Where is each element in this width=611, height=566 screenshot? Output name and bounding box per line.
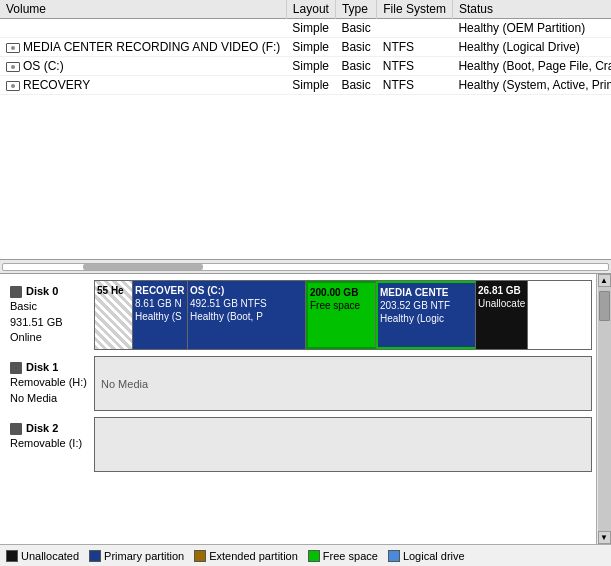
partition-0-2[interactable]: OS (C:)492.51 GB NTFSHealthy (Boot, P (188, 281, 306, 349)
no-media-label: No Media (95, 357, 591, 410)
legend-color-box (194, 550, 206, 562)
partition-size: 203.52 GB NTF (380, 299, 473, 312)
volume-type-cell: Basic (335, 19, 376, 38)
vscroll-down-button[interactable]: ▼ (598, 531, 611, 544)
hscroll-track[interactable] (2, 263, 609, 271)
volume-type-cell: Basic (335, 57, 376, 76)
volume-status-cell: Healthy (Logical Drive) (452, 38, 611, 57)
disk-size-label: 931.51 GB (10, 316, 63, 328)
disk-label-0: Disk 0Basic931.51 GBOnline (4, 280, 94, 350)
disk-id-label: Disk 1 (26, 361, 58, 373)
partition-size: 492.51 GB NTFS (190, 297, 303, 310)
partition-size: Unallocated (478, 297, 525, 310)
disk-type-label: Basic (10, 300, 37, 312)
volume-layout-cell: Simple (286, 38, 335, 57)
vscroll-thumb[interactable] (599, 291, 610, 321)
volume-name-cell: RECOVERY (0, 76, 286, 95)
table-row[interactable]: RECOVERYSimpleBasicNTFSHealthy (System, … (0, 76, 611, 95)
partition-info: Healthy (S (135, 310, 185, 323)
legend-label: Extended partition (209, 550, 298, 562)
volume-filesystem-cell: NTFS (377, 57, 453, 76)
vscroll-up-button[interactable]: ▲ (598, 274, 611, 287)
legend-label: Primary partition (104, 550, 184, 562)
legend-label: Unallocated (21, 550, 79, 562)
disk-id-label: Disk 0 (26, 285, 58, 297)
legend-item: Logical drive (388, 550, 465, 562)
volume-status-cell: Healthy (System, Active, Primary (452, 76, 611, 95)
volume-filesystem-cell: NTFS (377, 76, 453, 95)
disk-volume-icon (6, 43, 20, 53)
no-media-label (95, 418, 591, 471)
col-header-filesystem[interactable]: File System (377, 0, 453, 19)
partition-name: 26.81 GB (478, 284, 525, 297)
main-window: Volume Layout Type File System Status Si… (0, 0, 611, 566)
volume-layout-cell: Simple (286, 57, 335, 76)
legend-color-box (388, 550, 400, 562)
partition-info: Healthy (Logic (380, 312, 473, 325)
col-header-status[interactable]: Status (452, 0, 611, 19)
legend-item: Unallocated (6, 550, 79, 562)
disk-type-label: Removable (H:) (10, 376, 87, 388)
legend-color-box (89, 550, 101, 562)
disk-status-label: Online (10, 331, 42, 343)
partition-size: Free space (310, 299, 373, 312)
volume-type-cell: Basic (335, 38, 376, 57)
col-header-volume[interactable]: Volume (0, 0, 286, 19)
disk-status-label: No Media (10, 392, 57, 404)
disk-map-outer: Disk 0Basic931.51 GBOnline55 HeRECOVER'8… (0, 274, 611, 544)
volume-table-container: Volume Layout Type File System Status Si… (0, 0, 611, 260)
disk-icon (10, 362, 22, 374)
partition-name: RECOVER' (135, 284, 185, 297)
legend-label: Free space (323, 550, 378, 562)
partition-0-5[interactable]: 26.81 GBUnallocated (476, 281, 528, 349)
volume-layout-cell: Simple (286, 19, 335, 38)
legend-label: Logical drive (403, 550, 465, 562)
disk-map-entries: Disk 0Basic931.51 GBOnline55 HeRECOVER'8… (0, 280, 596, 472)
disk-id-label: Disk 2 (26, 422, 58, 434)
horizontal-scrollbar[interactable] (0, 260, 611, 274)
disk-volume-icon (6, 62, 20, 72)
volume-name-cell: OS (C:) (0, 57, 286, 76)
partition-name: MEDIA CENTE (380, 286, 473, 299)
disk-icon (10, 423, 22, 435)
disk-volume-icon (6, 81, 20, 91)
disk-type-label: Removable (I:) (10, 437, 82, 449)
partition-name: 200.00 GB (310, 286, 373, 299)
legend-item: Extended partition (194, 550, 298, 562)
legend-item: Free space (308, 550, 378, 562)
volume-name-cell (0, 19, 286, 38)
disk-partitions-2 (94, 417, 592, 472)
disk-entry-2: Disk 2Removable (I:) (4, 417, 592, 472)
volume-table: Volume Layout Type File System Status Si… (0, 0, 611, 95)
disk-partitions-0: 55 HeRECOVER'8.61 GB NHealthy (SOS (C:)4… (94, 280, 592, 350)
partition-0-3[interactable]: 200.00 GBFree space (306, 281, 376, 349)
legend-color-box (6, 550, 18, 562)
table-row[interactable]: OS (C:)SimpleBasicNTFSHealthy (Boot, Pag… (0, 57, 611, 76)
hscroll-thumb[interactable] (83, 264, 203, 270)
disk-partitions-1: No Media (94, 356, 592, 411)
partition-0-4[interactable]: MEDIA CENTE203.52 GB NTFHealthy (Logic (376, 281, 476, 349)
legend-item: Primary partition (89, 550, 184, 562)
disk-entry-0: Disk 0Basic931.51 GBOnline55 HeRECOVER'8… (4, 280, 592, 350)
vscroll-track[interactable] (598, 287, 611, 531)
volume-filesystem-cell: NTFS (377, 38, 453, 57)
col-header-layout[interactable]: Layout (286, 0, 335, 19)
volume-layout-cell: Simple (286, 76, 335, 95)
legend-bar: UnallocatedPrimary partitionExtended par… (0, 544, 611, 566)
disk-label-1: Disk 1Removable (H:)No Media (4, 356, 94, 411)
volume-status-cell: Healthy (Boot, Page File, Crash D (452, 57, 611, 76)
partition-name: 55 He (97, 284, 130, 297)
disk-map-scroll-area[interactable]: Disk 0Basic931.51 GBOnline55 HeRECOVER'8… (0, 274, 596, 544)
partition-info: Healthy (Boot, P (190, 310, 303, 323)
partition-0-0[interactable]: 55 He (95, 281, 133, 349)
volume-filesystem-cell (377, 19, 453, 38)
disk-label-2: Disk 2Removable (I:) (4, 417, 94, 472)
volume-type-cell: Basic (335, 76, 376, 95)
disk-icon (10, 286, 22, 298)
col-header-type[interactable]: Type (335, 0, 376, 19)
partition-0-1[interactable]: RECOVER'8.61 GB NHealthy (S (133, 281, 188, 349)
vertical-scrollbar[interactable]: ▲ ▼ (596, 274, 611, 544)
table-row[interactable]: SimpleBasicHealthy (OEM Partition) (0, 19, 611, 38)
disk-entry-1: Disk 1Removable (H:)No MediaNo Media (4, 356, 592, 411)
table-row[interactable]: MEDIA CENTER RECORDING AND VIDEO (F:)Sim… (0, 38, 611, 57)
